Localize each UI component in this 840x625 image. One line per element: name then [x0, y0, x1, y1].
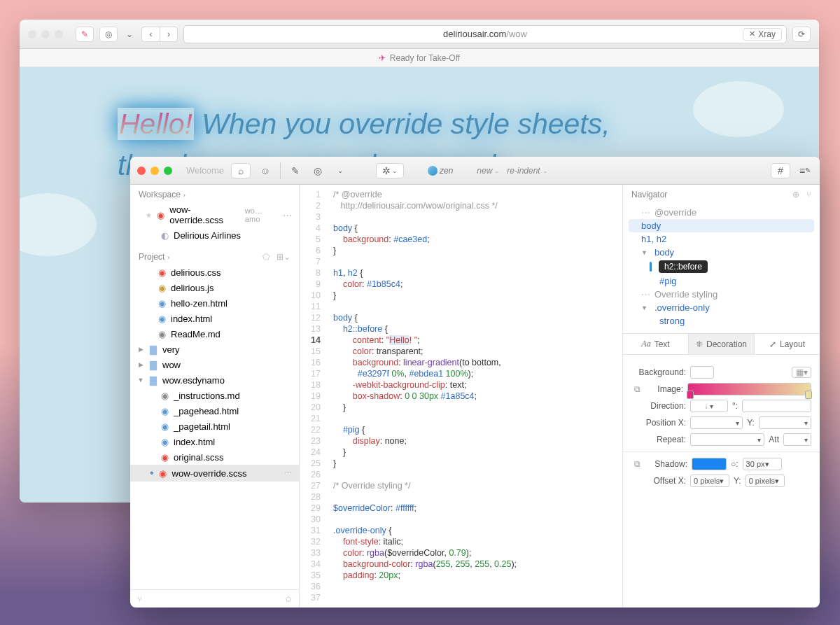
back-button[interactable]: ‹ — [141, 27, 160, 42]
file-item[interactable]: ◉_pagehead.html — [130, 403, 299, 419]
repeat-row: Repeat: ▾ Att ▾ — [631, 433, 811, 446]
file-item[interactable]: ◉delirious.css — [130, 265, 299, 280]
globe-icon — [428, 166, 438, 176]
file-item[interactable]: ◉_instructions.md — [130, 388, 299, 403]
folder-item[interactable]: ▼▇wow.esdynamo — [130, 372, 299, 388]
file-item[interactable]: ◉hello-zen.html — [130, 295, 299, 311]
navigator-list: ⋯@overridebodyh1, h2▼bodyh2::before#pig⋯… — [623, 204, 820, 333]
stack-icon[interactable]: ⧉ — [631, 458, 643, 470]
file-item[interactable]: ◉original.scss — [130, 449, 299, 465]
shadow-blur-input[interactable]: 30 px ▾ — [743, 458, 782, 470]
css-file-icon: ◉ — [160, 451, 169, 463]
nav-item[interactable]: #pig — [629, 274, 814, 288]
gradient-editor[interactable] — [687, 383, 811, 395]
angle-input[interactable] — [742, 400, 811, 412]
html-file-icon: ◉ — [157, 297, 167, 309]
editor-traffic-lights[interactable] — [137, 167, 172, 175]
workspace-subitem[interactable]: ◐ Delirious Airlines — [130, 227, 299, 243]
tab-decoration[interactable]: ⁜Decoration — [689, 334, 755, 354]
new-dropdown[interactable]: new⌄ — [477, 166, 500, 176]
url-bar[interactable]: deliriousair.com/wow ✕Xray — [183, 25, 787, 43]
smiley-icon[interactable]: ☺ — [258, 163, 273, 178]
nav-item[interactable]: h2::before — [629, 259, 814, 274]
inspector-tabs: AaText ⁜Decoration ⤢Layout — [623, 334, 820, 355]
file-item[interactable]: ◉ReadMe.md — [130, 326, 299, 342]
hash-button[interactable]: # — [771, 163, 790, 178]
gear-button[interactable]: ✲ ⌄ — [376, 163, 404, 178]
shape-icon[interactable]: ⬠ — [262, 252, 270, 262]
browser-status-bar: ✈ Ready for Take-Off — [20, 49, 819, 67]
filter-icon[interactable]: ⑂ — [137, 594, 142, 604]
html-file-icon: ◉ — [160, 421, 169, 432]
direction-select[interactable]: ↓ ▾ — [690, 400, 728, 412]
folder-icon: ▇ — [148, 374, 158, 386]
app-icon[interactable]: ✎ — [288, 163, 303, 178]
navigator-header: Navigator ⊕⑂ — [623, 185, 820, 204]
offset-row: Offset X: 0 pixels ▾ Y: 0 pixels ▾ — [631, 475, 811, 487]
background-row: Background: ▦▾ — [631, 366, 811, 379]
file-item[interactable]: ◉index.html — [130, 311, 299, 326]
att-select[interactable]: ▾ — [783, 433, 811, 446]
star-outline-icon[interactable]: ✩ — [285, 594, 292, 604]
nav-item[interactable]: h1, h2 — [629, 232, 814, 246]
nav-item[interactable]: ▼body — [629, 246, 814, 259]
repeat-select[interactable]: ▾ — [690, 433, 764, 446]
gradient-stop-start[interactable] — [687, 391, 694, 399]
target-icon[interactable]: ◎ — [310, 163, 326, 178]
zen-dropdown[interactable]: zen — [428, 166, 453, 176]
editor-title: Welcome — [186, 165, 224, 176]
nav-item[interactable]: body — [629, 219, 814, 232]
shadow-color[interactable] — [692, 458, 727, 470]
bg-more-icon[interactable]: ▦▾ — [792, 367, 811, 378]
md-file-icon: ◉ — [157, 328, 167, 339]
sidebar-footer: ⑂ ✩ — [130, 589, 299, 608]
gradient-stop-end[interactable] — [805, 391, 812, 399]
offset-y-input[interactable]: 0 pixels ▾ — [746, 475, 785, 487]
nav-item[interactable]: strong — [629, 314, 814, 328]
file-item[interactable]: •◉wow-override.scss⋯ — [130, 465, 299, 482]
search-icon[interactable]: ⌕ — [231, 163, 251, 178]
browser-toolbar: ✎ ◎ ⌄ ‹ › deliriousair.com/wow ✕Xray ⟳ — [20, 20, 819, 49]
nav-item[interactable]: ▼.override-only — [629, 301, 814, 314]
app-icon[interactable]: ✎ — [76, 27, 94, 42]
file-item[interactable]: ◉index.html — [130, 434, 299, 449]
grid-icon[interactable]: ⊞⌄ — [276, 252, 290, 262]
browser-traffic-lights[interactable] — [28, 30, 63, 38]
html-file-icon: ◉ — [160, 405, 169, 416]
folder-item[interactable]: ▶▇very — [130, 342, 299, 357]
code-content[interactable]: /* @override http://deliriousair.com/wow… — [326, 185, 622, 608]
tab-layout[interactable]: ⤢Layout — [755, 334, 820, 354]
stack-icon[interactable]: ⧉ — [631, 384, 643, 395]
xray-button[interactable]: ✕Xray — [743, 28, 782, 41]
bg-swatch[interactable] — [690, 366, 714, 379]
file-item[interactable]: ◉_pagetail.html — [130, 419, 299, 434]
nav-item[interactable]: ⋯@override — [629, 206, 814, 219]
dropdown-icon[interactable]: ⌄ — [123, 27, 136, 42]
code-editor[interactable]: 1234567891011121314151617181920212223242… — [300, 185, 622, 608]
inspector: AaText ⁜Decoration ⤢Layout Background: ▦… — [623, 333, 820, 496]
posy-select[interactable]: ▾ — [759, 416, 811, 429]
target-icon[interactable]: ◎ — [99, 27, 118, 42]
direction-row: Direction: ↓ ▾ °: — [631, 400, 811, 412]
file-item[interactable]: ◉delirious.js — [130, 280, 299, 295]
settings-icon[interactable]: ≡✎ — [797, 163, 813, 178]
workspace-file[interactable]: ★ ◉ wow-override.scss wo…amo ⋯ — [130, 202, 299, 227]
filter-icon[interactable]: ⑂ — [806, 190, 811, 199]
workspace-header[interactable]: Workspace› — [130, 185, 299, 202]
nav-item[interactable]: ⋯Override styling — [629, 288, 814, 301]
tab-text[interactable]: AaText — [623, 334, 689, 354]
reload-button[interactable]: ⟳ — [792, 27, 811, 42]
dropdown-icon[interactable]: ⌄ — [332, 163, 348, 178]
reindent-dropdown[interactable]: re-indent⌄ — [507, 166, 547, 176]
folder-icon: ▇ — [148, 359, 158, 370]
add-icon[interactable]: ⊕ — [792, 190, 799, 199]
folder-item[interactable]: ▶▇wow — [130, 357, 299, 372]
posx-select[interactable]: ▾ — [690, 416, 743, 429]
project-header[interactable]: Project› ⬠⊞⌄ — [130, 247, 299, 265]
css-file-icon: ◉ — [158, 468, 168, 479]
site-icon: ◐ — [160, 230, 169, 241]
offset-x-input[interactable]: 0 pixels ▾ — [690, 475, 729, 487]
html-file-icon: ◉ — [160, 436, 169, 447]
nav-back-forward: ‹ › — [141, 27, 178, 42]
forward-button[interactable]: › — [160, 27, 178, 42]
